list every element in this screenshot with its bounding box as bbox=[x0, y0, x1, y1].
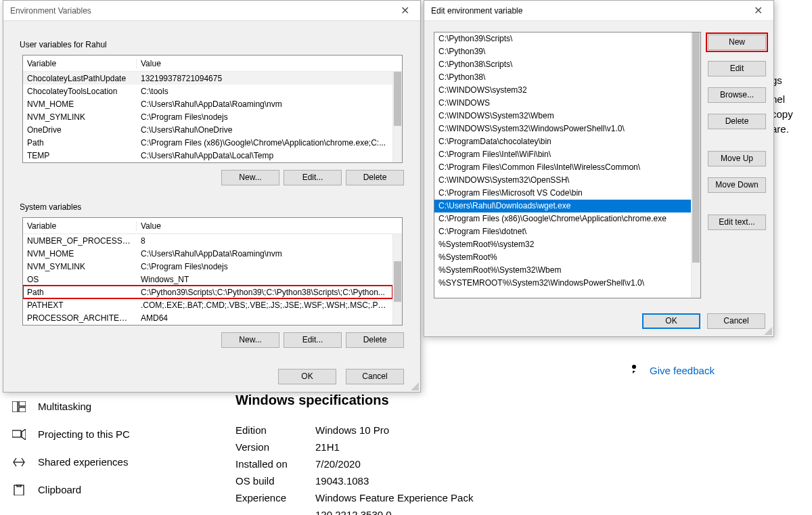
resize-grip[interactable] bbox=[411, 382, 419, 390]
spec-row: Installed on7/20/2020 bbox=[235, 458, 473, 470]
sidebar-item-label: Multitasking bbox=[38, 401, 91, 412]
path-list-item[interactable]: %SystemRoot%\system32 bbox=[434, 238, 691, 251]
scrollbar[interactable] bbox=[392, 234, 402, 325]
system-delete-button[interactable]: Delete bbox=[346, 332, 404, 348]
path-list-item[interactable]: C:\ProgramData\chocolatey\bin bbox=[434, 135, 691, 148]
ok-button[interactable]: OK bbox=[278, 369, 336, 384]
user-edit-button[interactable]: Edit... bbox=[284, 170, 342, 185]
table-header: Variable Value bbox=[23, 218, 402, 234]
sidebar-item-clipboard[interactable]: Clipboard bbox=[0, 476, 217, 503]
sidebar-item-label: Shared experiences bbox=[38, 456, 128, 468]
path-list-item[interactable]: C:\Python39\ bbox=[434, 45, 691, 58]
table-header: Variable Value bbox=[23, 55, 402, 72]
table-row[interactable]: PATHEXT.COM;.EXE;.BAT;.CMD;.VBS;.VBE;.JS… bbox=[23, 298, 392, 311]
move-down-button[interactable]: Move Down bbox=[708, 177, 766, 193]
svg-rect-1 bbox=[12, 401, 18, 412]
spec-value: Windows 10 Pro bbox=[315, 424, 389, 436]
resize-grip[interactable] bbox=[764, 327, 772, 335]
scrollbar[interactable] bbox=[691, 32, 700, 298]
ok-button[interactable]: OK bbox=[642, 313, 700, 329]
path-entries-listbox[interactable]: C:\Python39\Scripts\C:\Python39\C:\Pytho… bbox=[434, 32, 701, 298]
scrollbar[interactable] bbox=[392, 72, 402, 162]
path-list-item[interactable]: C:\Program Files\Intel\WiFi\bin\ bbox=[434, 148, 691, 161]
path-list-item[interactable]: C:\Python38\Scripts\ bbox=[434, 58, 691, 71]
table-row[interactable]: OneDriveC:\Users\Rahul\OneDrive bbox=[23, 123, 392, 136]
path-list-item[interactable]: C:\WINDOWS\System32\Wbem bbox=[434, 110, 691, 122]
column-value[interactable]: Value bbox=[137, 221, 402, 231]
dialog-titlebar[interactable]: Edit environment variable ✕ bbox=[424, 1, 773, 21]
system-variables-table[interactable]: Variable Value NUMBER_OF_PROCESSORS8NVM_… bbox=[22, 217, 403, 326]
table-row[interactable]: OSWindows_NT bbox=[23, 273, 392, 286]
sidebar-item-multitasking[interactable]: Multitasking bbox=[0, 393, 217, 420]
move-up-button[interactable]: Move Up bbox=[708, 151, 766, 166]
path-list-item[interactable]: C:\WINDOWS\System32\WindowsPowerShell\v1… bbox=[434, 122, 691, 135]
path-list-item[interactable]: C:\Python39\Scripts\ bbox=[434, 32, 691, 45]
table-row[interactable]: NVM_SYMLINKC:\Program Files\nodejs bbox=[23, 110, 392, 123]
new-button[interactable]: New bbox=[708, 35, 766, 50]
close-button[interactable]: ✕ bbox=[742, 1, 773, 21]
cell-value: Windows_NT bbox=[137, 275, 392, 284]
path-list-item[interactable]: C:\Program Files (x86)\Google\Chrome\App… bbox=[434, 212, 691, 225]
dialog-titlebar[interactable]: Environment Variables ✕ bbox=[3, 1, 420, 21]
path-list-item[interactable]: C:\Program Files\Common Files\Intel\Wire… bbox=[434, 161, 691, 174]
cell-value: C:\Python39\Scripts\;C:\Python39\;C:\Pyt… bbox=[137, 288, 392, 297]
path-list-item[interactable]: %SYSTEMROOT%\System32\WindowsPowerShell\… bbox=[434, 277, 691, 290]
cell-value: C:\tools bbox=[137, 87, 392, 96]
table-row[interactable]: PathC:\Python39\Scripts\;C:\Python39\;C:… bbox=[23, 286, 392, 298]
path-list-item[interactable]: %SystemRoot%\System32\Wbem bbox=[434, 264, 691, 277]
spec-row: OS build19043.1083 bbox=[235, 475, 473, 487]
spec-label: OS build bbox=[235, 475, 315, 487]
path-list-item[interactable]: C:\WINDOWS bbox=[434, 97, 691, 110]
path-list-item[interactable]: C:\WINDOWS\system32 bbox=[434, 84, 691, 97]
multitasking-icon bbox=[12, 401, 26, 412]
table-row[interactable]: NUMBER_OF_PROCESSORS8 bbox=[23, 234, 392, 247]
table-row[interactable]: TEMPC:\Users\Rahul\AppData\Local\Temp bbox=[23, 149, 392, 162]
give-feedback-link[interactable]: Give feedback bbox=[631, 363, 715, 376]
user-variables-table[interactable]: Variable Value ChocolateyLastPathUpdate1… bbox=[22, 55, 403, 163]
cell-variable: TEMP bbox=[23, 151, 137, 160]
table-row[interactable]: PROCESSOR_ARCHITECTUREAMD64 bbox=[23, 311, 392, 324]
table-row[interactable]: NVM_HOMEC:\Users\Rahul\AppData\Roaming\n… bbox=[23, 97, 392, 110]
cancel-button[interactable]: Cancel bbox=[346, 369, 404, 384]
spec-value: Windows Feature Experience Pack bbox=[315, 492, 473, 503]
table-row[interactable]: NVM_SYMLINKC:\Program Files\nodejs bbox=[23, 260, 392, 273]
table-row[interactable]: ChocolateyLastPathUpdate1321993787210946… bbox=[23, 72, 392, 85]
path-list-item[interactable]: C:\WINDOWS\System32\OpenSSH\ bbox=[434, 174, 691, 187]
cell-variable: NVM_SYMLINK bbox=[23, 262, 137, 271]
cell-variable: NUMBER_OF_PROCESSORS bbox=[23, 236, 137, 246]
cancel-button[interactable]: Cancel bbox=[707, 313, 765, 329]
truncated-right-text: gs nel copy are. bbox=[771, 0, 812, 137]
spec-label: Version bbox=[235, 441, 315, 453]
cell-value: 132199378721094675 bbox=[137, 74, 392, 83]
user-delete-button[interactable]: Delete bbox=[346, 170, 404, 185]
edit-environment-variable-dialog: Edit environment variable ✕ C:\Python39\… bbox=[424, 0, 774, 337]
edit-text-button[interactable]: Edit text... bbox=[708, 215, 766, 230]
sidebar-item-projecting[interactable]: Projecting to this PC bbox=[0, 420, 217, 448]
path-list-item[interactable]: C:\Program Files\dotnet\ bbox=[434, 225, 691, 238]
browse-button[interactable]: Browse... bbox=[708, 87, 766, 103]
cell-value: C:\Users\Rahul\AppData\Local\Temp bbox=[137, 151, 392, 160]
table-row[interactable]: NVM_HOMEC:\Users\Rahul\AppData\Roaming\n… bbox=[23, 247, 392, 260]
system-new-button[interactable]: New... bbox=[221, 332, 279, 348]
path-list-item[interactable]: C:\Program Files\Microsoft VS Code\bin bbox=[434, 187, 691, 200]
path-list-item[interactable]: %SystemRoot% bbox=[434, 251, 691, 264]
spec-row: ExperienceWindows Feature Experience Pac… bbox=[235, 492, 473, 503]
environment-variables-dialog: Environment Variables ✕ User variables f… bbox=[3, 0, 421, 393]
cell-variable: NVM_HOME bbox=[23, 249, 137, 259]
path-list-item[interactable]: C:\Users\Rahul\Downloads\wget.exe bbox=[434, 200, 691, 212]
table-row[interactable]: PathC:\Program Files (x86)\Google\Chrome… bbox=[23, 136, 392, 149]
sidebar-item-shared[interactable]: Shared experiences bbox=[0, 448, 217, 476]
edit-button[interactable]: Edit bbox=[708, 61, 766, 76]
close-button[interactable]: ✕ bbox=[389, 1, 420, 21]
cell-value: C:\Program Files\nodejs bbox=[137, 112, 392, 122]
column-variable[interactable]: Variable bbox=[23, 59, 137, 68]
delete-button[interactable]: Delete bbox=[708, 114, 766, 129]
path-list-item[interactable]: C:\Python38\ bbox=[434, 71, 691, 84]
cell-variable: NVM_SYMLINK bbox=[23, 112, 137, 122]
user-new-button[interactable]: New... bbox=[221, 170, 279, 185]
column-value[interactable]: Value bbox=[137, 59, 402, 68]
column-variable[interactable]: Variable bbox=[23, 221, 137, 231]
table-row[interactable]: ChocolateyToolsLocationC:\tools bbox=[23, 85, 392, 97]
spec-label: Experience bbox=[235, 492, 315, 503]
system-edit-button[interactable]: Edit... bbox=[284, 332, 342, 348]
